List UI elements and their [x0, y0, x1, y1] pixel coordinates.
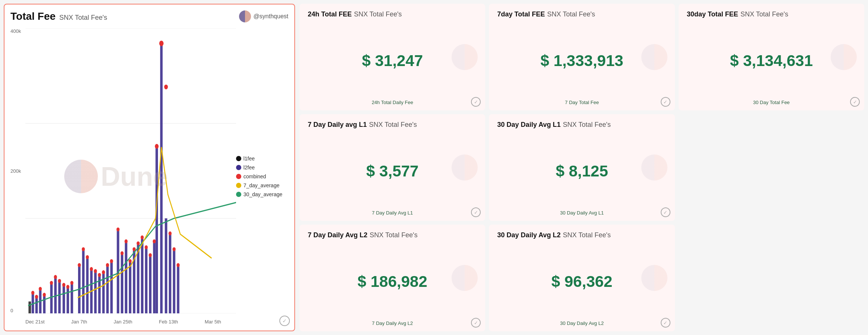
empty-cell-r2c3 — [679, 114, 864, 221]
legend-l2fee: l2fee — [236, 165, 282, 170]
card-title-sub-3: SNX Total Fee's — [740, 10, 788, 18]
svg-point-26 — [117, 228, 120, 232]
svg-rect-27 — [121, 254, 123, 313]
svg-point-74 — [153, 239, 156, 244]
chart-area: 400k 200k 0 — [10, 28, 288, 325]
card-header-3: 30day Total FEE SNX Total Fee's — [687, 10, 856, 18]
svg-rect-53 — [94, 272, 97, 313]
svg-rect-7 — [35, 298, 38, 313]
card-label-1: 24h Total Daily Fee — [308, 100, 477, 105]
svg-point-30 — [124, 239, 127, 244]
svg-rect-4 — [28, 301, 31, 313]
card-check-7: ✓ — [661, 318, 670, 328]
svg-point-44 — [177, 263, 180, 267]
svg-rect-37 — [165, 218, 167, 313]
x-label-dec21: Dec 21st — [25, 319, 44, 325]
card-title-main-5: 30 Day Daily Avg L1 — [497, 121, 561, 129]
card-title-sub-4: SNX Total Fee's — [369, 121, 417, 129]
card-watermark-2 — [641, 44, 667, 70]
card-watermark-6 — [452, 265, 478, 291]
card-header-4: 7 Day Daily avg L1 SNX Total Fee's — [308, 121, 477, 129]
card-label-6: 7 Day Daily Avg L2 — [308, 320, 477, 326]
card-watermark-1 — [452, 44, 478, 70]
svg-point-16 — [58, 279, 61, 283]
svg-point-62 — [110, 259, 113, 263]
svg-point-22 — [86, 255, 89, 259]
card-title-sub-2: SNX Total Fee's — [547, 10, 595, 18]
y-label-200k: 200k — [10, 168, 21, 174]
chart-check-icon: ✓ — [279, 316, 290, 326]
svg-rect-33 — [155, 147, 158, 313]
legend-7day: 7_day_average — [236, 182, 282, 188]
svg-rect-39 — [169, 234, 171, 313]
card-title-sub-6: SNX Total Fee's — [370, 231, 418, 239]
card-check-3: ✓ — [850, 97, 860, 107]
card-check-1: ✓ — [471, 97, 481, 107]
card-title-main-6: 7 Day Daily Avg L2 — [308, 231, 368, 239]
card-watermark-4 — [452, 154, 478, 181]
card-7day-avg-l1: 7 Day Daily avg L1 SNX Total Fee's $ 3,5… — [300, 114, 485, 221]
svg-point-50 — [66, 285, 69, 289]
card-title-sub-5: SNX Total Fee's — [563, 121, 611, 129]
x-label-mar5: Mar 5th — [205, 319, 221, 325]
y-label-0: 0 — [10, 308, 21, 313]
svg-point-46 — [43, 293, 46, 297]
card-label-2: 7 Day Total Fee — [497, 100, 666, 105]
svg-rect-61 — [110, 262, 113, 313]
card-title-main-4: 7 Day Daily avg L1 — [308, 121, 367, 129]
svg-point-60 — [106, 263, 109, 267]
card-header-1: 24h Total FEE SNX Total Fee's — [308, 10, 477, 18]
card-header-2: 7day Total FEE SNX Total Fee's — [497, 10, 666, 18]
card-check-2: ✓ — [661, 97, 670, 107]
card-title-sub-7: SNX Total Fee's — [563, 231, 611, 239]
svg-rect-67 — [141, 238, 143, 313]
legend-l1fee: l1fee — [236, 156, 282, 162]
x-label-jan25: Jan 25th — [114, 319, 132, 325]
card-7day-total-fee: 7day Total FEE SNX Total Fee's $ 1,333,9… — [489, 4, 675, 110]
svg-point-12 — [50, 281, 53, 285]
chart-header: Total Fee SNX Total Fee's @synthquest — [10, 10, 288, 22]
chart-brand: @synthquest — [239, 10, 288, 22]
svg-point-24 — [90, 267, 93, 271]
card-30day-avg-l2: 30 Day Daily Avg L2 SNX Total Fee's $ 96… — [489, 225, 675, 331]
svg-rect-11 — [50, 284, 53, 313]
card-watermark-5 — [641, 154, 667, 181]
svg-point-40 — [168, 231, 171, 235]
svg-rect-69 — [145, 248, 148, 313]
svg-rect-47 — [63, 286, 65, 313]
card-title-main-3: 30day Total FEE — [687, 10, 738, 18]
card-header-7: 30 Day Daily Avg L2 SNX Total Fee's — [497, 231, 666, 239]
svg-point-54 — [94, 269, 97, 273]
x-label-feb13: Feb 13th — [159, 319, 178, 325]
chart-title-group: Total Fee SNX Total Fee's — [10, 10, 107, 22]
svg-rect-59 — [106, 266, 109, 313]
svg-point-66 — [137, 241, 140, 245]
card-check-4: ✓ — [471, 207, 481, 217]
svg-rect-49 — [66, 288, 69, 313]
card-7day-avg-l2: 7 Day Daily Avg L2 SNX Total Fee's $ 186… — [300, 225, 485, 331]
card-header-6: 7 Day Daily Avg L2 SNX Total Fee's — [308, 231, 477, 239]
cards-grid: 24h Total FEE SNX Total Fee's $ 31,247 2… — [300, 4, 864, 331]
legend-dot-30day — [236, 192, 241, 197]
svg-point-42 — [173, 247, 176, 251]
svg-point-52 — [70, 281, 73, 285]
chart-title: Total Fee — [10, 10, 56, 22]
card-30day-total-fee: 30day Total FEE SNX Total Fee's $ 3,134,… — [679, 4, 864, 110]
card-label-3: 30 Day Total Fee — [687, 100, 856, 105]
y-label-400k: 400k — [10, 28, 21, 34]
svg-rect-45 — [43, 295, 46, 313]
card-watermark-3 — [831, 44, 857, 70]
legend-30day: 30_day_average — [236, 191, 282, 197]
svg-point-20 — [82, 247, 85, 251]
svg-point-36 — [159, 41, 164, 46]
svg-point-32 — [128, 259, 131, 263]
svg-rect-65 — [137, 244, 140, 313]
svg-point-10 — [39, 287, 42, 291]
svg-point-14 — [54, 275, 57, 279]
card-label-5: 30 Day Daily Avg L1 — [497, 210, 666, 216]
svg-point-6 — [31, 291, 34, 295]
chart-panel: Total Fee SNX Total Fee's @synthquest 40… — [4, 4, 295, 331]
svg-rect-35 — [160, 44, 163, 313]
svg-rect-15 — [58, 282, 61, 313]
x-axis-labels: Dec 21st Jan 7th Jan 25th Feb 13th Mar 5… — [25, 319, 221, 325]
